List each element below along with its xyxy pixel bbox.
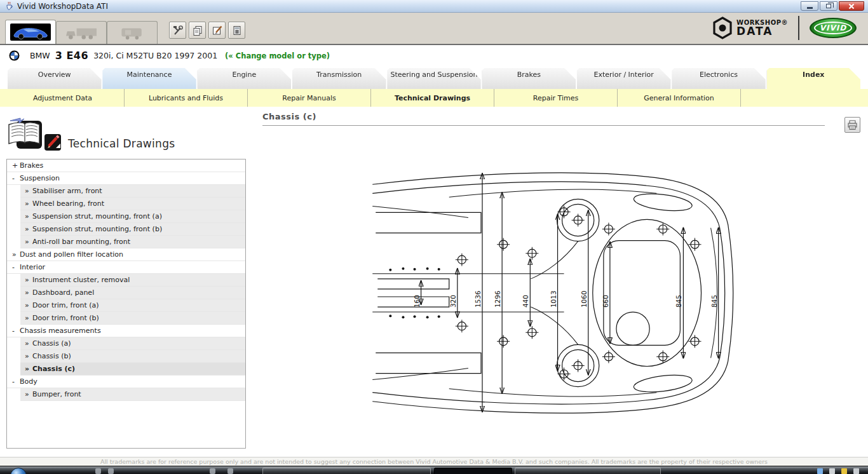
dimension-label: 1060 <box>580 290 588 308</box>
vehicle-tab-trailer[interactable] <box>107 21 158 44</box>
chevron-icon: » <box>25 287 32 299</box>
tree-item-dust-pollen-filter[interactable]: »Dust and pollen filter location <box>7 248 245 261</box>
tree-item-strut-mounting-b[interactable]: »Suspension strut, mounting, front (b) <box>20 223 245 236</box>
tree-label: Wheel bearing, front <box>32 200 104 208</box>
subtab-lubricants-fluids[interactable]: Lubricants and Fluids <box>125 89 248 107</box>
subtab-repair-times[interactable]: Repair Times <box>494 89 618 107</box>
chevron-icon: » <box>25 223 32 235</box>
chassis-technical-drawing: 160 320 1536 1296 440 1013 1060 660 845 … <box>372 151 737 438</box>
content-area: Technical Drawings +Brakes -Suspension »… <box>0 107 868 457</box>
tab-overview[interactable]: Overview <box>8 68 101 89</box>
tree-item-wheel-bearing-front[interactable]: »Wheel bearing, front <box>20 198 245 210</box>
tree-item-body[interactable]: -Body <box>7 376 245 388</box>
window-title: Vivid WorkshopData ATI <box>17 2 108 11</box>
edit-note-button[interactable] <box>208 22 226 39</box>
hex-nut-icon <box>711 17 734 39</box>
data-logo-text: DATA <box>736 26 788 37</box>
tree-item-anti-roll-bar[interactable]: »Anti-roll bar mounting, front <box>20 236 245 248</box>
copy-icon <box>192 25 203 36</box>
close-button[interactable] <box>839 1 864 11</box>
vehicle-model: 3 E46 <box>55 50 88 62</box>
tab-engine[interactable]: Engine <box>198 68 291 89</box>
dimension-label: 160 <box>413 295 421 308</box>
tab-electronics[interactable]: Electronics <box>672 68 765 89</box>
tools-button[interactable] <box>169 22 186 39</box>
tree-item-door-trim-b[interactable]: »Door trim, front (b) <box>20 312 245 325</box>
edit-note-icon <box>212 25 223 36</box>
tree-label: Dashboard, panel <box>32 288 94 297</box>
vehicle-tab-car[interactable] <box>5 20 56 44</box>
tree-item-stabiliser-arm-front[interactable]: »Stabiliser arm, front <box>20 185 245 198</box>
vivid-logo-text: VIVID <box>814 22 852 34</box>
taskbar-button[interactable] <box>262 468 431 474</box>
dimension-label: 320 <box>449 295 457 308</box>
subtab-repair-manuals[interactable]: Repair Manuals <box>248 89 371 107</box>
drawing-pencil-icon <box>44 133 62 151</box>
chevron-icon: » <box>25 388 32 400</box>
vehicle-tab-truck[interactable] <box>56 21 107 44</box>
tree-item-suspension[interactable]: -Suspension <box>7 172 245 185</box>
taskbar-button-active[interactable] <box>434 468 512 474</box>
tree-item-bumper-front[interactable]: »Bumper, front <box>20 388 245 401</box>
subtab-technical-drawings[interactable]: Technical Drawings <box>371 89 494 107</box>
tree-item-strut-mounting-a[interactable]: »Suspension strut, mounting, front (a) <box>20 210 245 223</box>
calculator-icon <box>231 25 243 36</box>
disclaimer-bar: All trademarks are for reference purpose… <box>0 457 868 466</box>
tree-label: Suspension <box>20 174 60 182</box>
copy-button[interactable] <box>189 22 206 39</box>
tree-label: Chassis measurements <box>20 327 101 335</box>
dimension-label: 845 <box>675 295 682 308</box>
tray-icon[interactable] <box>829 468 835 474</box>
collapse-icon: - <box>12 172 20 184</box>
tree-item-chassis-a[interactable]: »Chassis (a) <box>20 337 245 350</box>
tree-item-door-trim-a[interactable]: »Door trim, front (a) <box>20 299 245 312</box>
subtab-general-information[interactable]: General Information <box>618 89 741 107</box>
dimension-label: 1536 <box>474 290 482 308</box>
tray-icon[interactable] <box>817 468 823 474</box>
tray-icon[interactable] <box>841 468 847 474</box>
tab-index[interactable]: Index <box>767 68 860 89</box>
change-model-link[interactable]: (« Change model or type) <box>225 51 330 60</box>
tree-label: Body <box>20 377 37 386</box>
calculator-button[interactable] <box>228 22 245 39</box>
tree-item-chassis-c-selected[interactable]: »Chassis (c) <box>20 363 245 376</box>
tree-item-interior[interactable]: -Interior <box>7 261 245 274</box>
tab-steering-suspension[interactable]: Steering and Suspension <box>387 68 480 89</box>
application-window: Vivid WorkshopData ATI <box>0 0 868 474</box>
tray-icon[interactable] <box>853 468 859 474</box>
dimension-label: 845 <box>710 295 718 308</box>
tree-item-instrument-cluster[interactable]: »Instrument cluster, removal <box>20 274 245 287</box>
tool-buttons <box>169 22 245 39</box>
chevron-icon: » <box>25 299 32 311</box>
minimize-icon <box>807 7 813 9</box>
tree-item-chassis-b[interactable]: »Chassis (b) <box>20 350 245 363</box>
quick-launch-icon[interactable] <box>227 468 233 474</box>
start-button[interactable] <box>10 468 27 474</box>
print-button[interactable] <box>844 117 860 133</box>
chevron-icon: » <box>25 274 32 286</box>
tab-transmission[interactable]: Transmission <box>292 68 386 89</box>
quick-launch-icon[interactable] <box>210 468 215 474</box>
tab-exterior-interior[interactable]: Exterior / Interior <box>577 68 670 89</box>
tab-maintenance[interactable]: Maintenance <box>102 68 196 89</box>
tree-label: Suspension strut, mounting, front (b) <box>32 225 162 233</box>
taskbar-button[interactable] <box>515 468 661 474</box>
sidebar-title: Technical Drawings <box>68 137 175 150</box>
tree-label: Brakes <box>20 161 43 170</box>
tree-item-chassis-measurements[interactable]: -Chassis measurements <box>7 325 245 337</box>
printer-icon <box>847 120 858 130</box>
subtab-adjustment-data[interactable]: Adjustment Data <box>1 89 125 107</box>
tab-brakes[interactable]: Brakes <box>482 68 576 89</box>
tools-icon <box>172 25 184 36</box>
tree-label: Stabiliser arm, front <box>32 187 102 195</box>
disclaimer-text: All trademarks are for reference purpose… <box>100 458 768 465</box>
minimize-button[interactable] <box>801 1 818 11</box>
chevron-icon: » <box>25 198 32 210</box>
tree-item-brakes[interactable]: +Brakes <box>7 159 245 172</box>
quick-launch-icon[interactable] <box>108 468 114 474</box>
restore-button[interactable] <box>820 1 837 11</box>
tree-item-dashboard-panel[interactable]: »Dashboard, panel <box>20 287 245 299</box>
quick-launch-icon[interactable] <box>95 468 101 474</box>
tree-label: Chassis (b) <box>32 352 71 360</box>
chevron-icon: » <box>25 236 32 248</box>
